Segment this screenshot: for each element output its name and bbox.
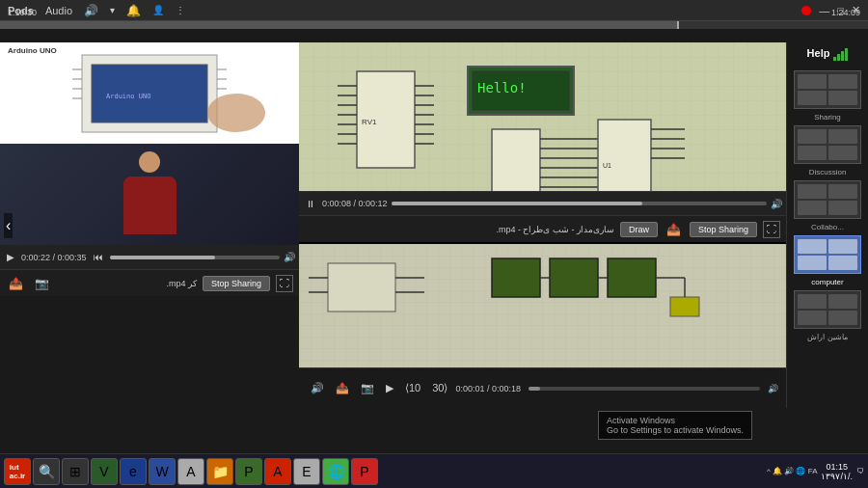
arduino-slide: Arduino UNO Arduino UNO bbox=[0, 42, 299, 144]
svg-rect-57 bbox=[670, 297, 699, 316]
bottom-play-pause-btn[interactable]: ▶ bbox=[382, 380, 397, 396]
start-label: iut ac.ir bbox=[10, 463, 25, 480]
timeline-start-time: 1:10:30 bbox=[8, 8, 37, 17]
windows-activate-notice[interactable]: Activate Windows Go to Settings to activ… bbox=[598, 411, 752, 440]
grid-cell bbox=[798, 239, 827, 254]
computer-layout-btn[interactable] bbox=[794, 235, 861, 274]
taskbar-app-6[interactable]: P bbox=[235, 458, 262, 485]
draw-btn[interactable]: Draw bbox=[620, 222, 658, 237]
left-video-area: Arduino UNO Arduino UNO bbox=[0, 42, 299, 245]
bottom-layout-btn[interactable] bbox=[794, 290, 861, 329]
right-top-action-bar: .mp4 - ساری‌مدار - شب ی‌طراح Draw 📤 Stop… bbox=[299, 215, 786, 242]
svg-text:RV1: RV1 bbox=[362, 118, 377, 126]
taskbar-app-8[interactable]: E bbox=[293, 458, 320, 485]
left-prev-btn[interactable]: ⏮ bbox=[91, 251, 106, 263]
apps-icon[interactable]: ⋮ bbox=[176, 5, 185, 15]
volume-icon[interactable]: 🔊 bbox=[84, 4, 98, 17]
bottom-right-video bbox=[299, 242, 786, 367]
grid-cell bbox=[798, 256, 827, 270]
record-indicator bbox=[801, 6, 811, 15]
taskbar-task-view-btn[interactable]: ⊞ bbox=[62, 458, 89, 485]
taskbar-app-4[interactable]: A bbox=[177, 458, 204, 485]
grid-cell bbox=[798, 311, 827, 325]
masheen-label: ماشین اراش bbox=[807, 333, 847, 341]
minimize-btn[interactable]: — bbox=[819, 5, 829, 16]
signal-bars bbox=[833, 49, 848, 61]
schematic-svg bbox=[299, 244, 786, 367]
right-top-video-controls: ⏸ 0:00:08 / 0:00:12 🔊 bbox=[299, 191, 786, 215]
left-file-name: .mp4 کر bbox=[58, 279, 197, 288]
activate-sub: Go to Settings to activate Windows. bbox=[607, 425, 744, 435]
svg-rect-56 bbox=[608, 258, 656, 297]
taskbar-app-1[interactable]: V bbox=[91, 458, 118, 485]
taskbar-app-2[interactable]: e bbox=[120, 458, 147, 485]
taskbar-app-9[interactable]: 🌐 bbox=[322, 458, 349, 485]
svg-text:U1: U1 bbox=[603, 162, 611, 169]
left-cam-icon[interactable]: 📷 bbox=[32, 276, 52, 291]
start-btn[interactable]: iut ac.ir bbox=[4, 458, 31, 485]
bottom-time-total: 0:00:18 bbox=[492, 384, 521, 393]
left-stop-sharing-btn[interactable]: Stop Sharing bbox=[203, 276, 270, 291]
person-body bbox=[123, 176, 176, 234]
sharing-label: Sharing bbox=[814, 113, 841, 122]
windows-taskbar: iut ac.ir 🔍 ⊞ V e W A 📁 P A E 🌐 P Activa… bbox=[0, 453, 868, 488]
prev-arrow[interactable]: ‹ bbox=[4, 213, 13, 238]
grid-cell bbox=[798, 201, 827, 215]
timeline-end-time: 1:24:09 bbox=[831, 8, 860, 17]
left-progress-bar[interactable] bbox=[110, 256, 280, 259]
bottom-volume-btn[interactable]: 🔊 bbox=[307, 380, 328, 396]
grid-cell bbox=[798, 129, 827, 144]
left-time-display: 0:00:22 / 0:00:35 bbox=[21, 253, 87, 262]
taskbar-app-7[interactable]: A bbox=[264, 458, 291, 485]
left-time-current: 0:00:22 bbox=[21, 253, 50, 262]
left-time-total: 0:00:35 bbox=[58, 253, 87, 262]
person-head bbox=[139, 151, 160, 173]
bottom-progress-bar[interactable] bbox=[529, 387, 760, 391]
discussion-layout-btn[interactable] bbox=[794, 125, 861, 164]
timeline-fill bbox=[0, 21, 677, 29]
left-share-icon[interactable]: 📤 bbox=[6, 276, 26, 291]
bottom-share-btn[interactable]: 📤 bbox=[332, 380, 353, 396]
clock-time: 01:15 bbox=[821, 462, 853, 472]
left-expand-btn[interactable]: ⛶ bbox=[276, 275, 293, 292]
taskbar-search-btn[interactable]: 🔍 bbox=[33, 458, 60, 485]
timeline-bar[interactable] bbox=[0, 21, 868, 29]
taskbar-app-5[interactable]: 📁 bbox=[206, 458, 233, 485]
user-icon[interactable]: 👤 bbox=[152, 5, 164, 15]
left-volume-icon[interactable]: 🔊 bbox=[284, 252, 295, 262]
grid-cell bbox=[828, 201, 857, 215]
svg-rect-31 bbox=[492, 129, 540, 191]
svg-text:Arduino UNO: Arduino UNO bbox=[106, 93, 150, 100]
taskbar-notification-btn[interactable]: 🗨 bbox=[856, 467, 864, 475]
bell-icon[interactable]: 🔔 bbox=[126, 4, 141, 17]
right-top-share-icon[interactable]: 📤 bbox=[664, 222, 684, 237]
grid-cell bbox=[798, 74, 827, 89]
svg-rect-39 bbox=[598, 120, 651, 191]
collabo-label: Collabo... bbox=[811, 223, 844, 231]
right-top-play-pause-btn[interactable]: ⏸ bbox=[303, 198, 318, 210]
right-top-expand-btn[interactable]: ⛶ bbox=[763, 221, 780, 238]
audio-menu[interactable]: Audio bbox=[45, 5, 72, 16]
right-top-time-total: 0:00:12 bbox=[359, 199, 388, 208]
right-top-stop-sharing-btn[interactable]: Stop Sharing bbox=[690, 222, 757, 237]
taskbar-app-10[interactable]: P bbox=[351, 458, 378, 485]
right-top-volume-icon[interactable]: 🔊 bbox=[771, 199, 782, 209]
activate-title: Activate Windows bbox=[607, 416, 744, 425]
left-action-bar: 📤 📷 .mp4 کر Stop Sharing ⛶ bbox=[0, 269, 299, 296]
grid-cell bbox=[798, 184, 827, 199]
collabo-layout-btn[interactable] bbox=[794, 180, 861, 219]
signal-bar-2 bbox=[837, 54, 840, 61]
left-play-pause-btn[interactable]: ▶ bbox=[4, 251, 17, 263]
bottom-cam-btn[interactable]: 📷 bbox=[357, 380, 378, 396]
grid-cell bbox=[798, 146, 827, 160]
right-top-progress-bar[interactable] bbox=[392, 202, 767, 205]
sharing-layout-btn[interactable] bbox=[794, 70, 861, 109]
bottom-skip-fwd-btn[interactable]: 30⟩ bbox=[428, 380, 451, 396]
taskbar-app-3[interactable]: W bbox=[149, 458, 176, 485]
left-video-controls: ▶ 0:00:22 / 0:00:35 ⏮ 🔊 bbox=[0, 245, 299, 269]
right-top-file-name: .mp4 - ساری‌مدار - شب ی‌طراح bbox=[305, 225, 614, 234]
top-right-video: RV1 Hello! U1 bbox=[299, 42, 786, 191]
menu-bar: Pods Audio 🔊 ▾ 🔔 👤 ⋮ — □ ✕ bbox=[0, 0, 868, 21]
taskbar-clock: 01:15 ۱۳۹۷/۱/. bbox=[821, 462, 853, 481]
bottom-skip-back-btn[interactable]: ⟨10 bbox=[401, 380, 424, 396]
